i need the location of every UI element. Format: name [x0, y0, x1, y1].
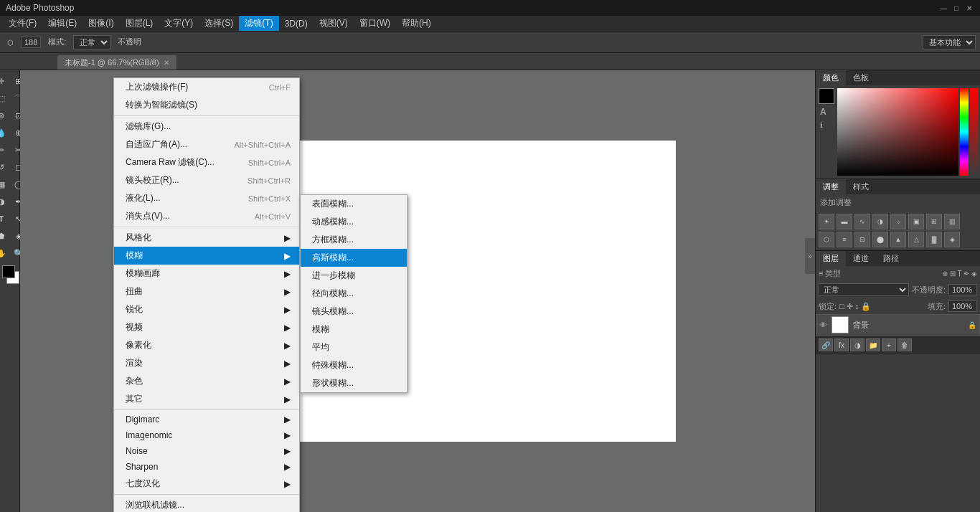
- color-picker-area[interactable]: A ℹ: [816, 85, 980, 179]
- filter-qidu[interactable]: 七度汉化 ▶: [114, 475, 299, 493]
- adj-gradient-map[interactable]: ▓: [926, 232, 942, 247]
- blur-smart[interactable]: 特殊模糊...: [301, 356, 407, 374]
- text-tool[interactable]: T: [0, 211, 9, 227]
- menu-window[interactable]: 窗口(W): [354, 16, 396, 31]
- color-swatch-black[interactable]: [819, 88, 834, 104]
- tab-color[interactable]: 颜色: [816, 70, 846, 85]
- blur-average[interactable]: 平均: [301, 338, 407, 356]
- menu-3d[interactable]: 3D(D): [279, 17, 314, 30]
- adj-posterize[interactable]: ▲: [890, 232, 906, 247]
- delete-layer-button[interactable]: 🗑: [897, 338, 912, 351]
- menu-filter[interactable]: 滤镜(T): [239, 16, 278, 31]
- menu-select[interactable]: 选择(S): [199, 16, 239, 31]
- blur-box[interactable]: 方框模糊...: [301, 231, 407, 249]
- filter-stylize[interactable]: 风格化 ▶: [114, 229, 299, 247]
- mode-select[interactable]: 正常: [73, 35, 110, 49]
- hue-bar[interactable]: [960, 88, 969, 176]
- adj-invert[interactable]: ⬤: [872, 232, 888, 247]
- minimize-button[interactable]: —: [938, 3, 948, 13]
- move-tool[interactable]: ✛: [0, 73, 9, 89]
- maximize-button[interactable]: □: [951, 3, 961, 13]
- adj-photo-filter[interactable]: ⬡: [819, 232, 834, 247]
- blur-radial[interactable]: 径向模糊...: [301, 285, 407, 303]
- filter-noise2[interactable]: Noise ▶: [114, 443, 299, 459]
- collapse-right-panel-button[interactable]: »: [805, 238, 815, 274]
- adj-selective-color[interactable]: ◈: [944, 232, 960, 247]
- menu-text[interactable]: 文字(Y): [159, 16, 199, 31]
- layer-row-background[interactable]: 👁 背景 🔒: [816, 314, 980, 336]
- filter-other[interactable]: 其它 ▶: [114, 390, 299, 408]
- adj-exposure[interactable]: ◑: [872, 214, 888, 229]
- close-button[interactable]: ✕: [964, 3, 974, 13]
- add-mask-button[interactable]: ◑: [850, 338, 864, 351]
- new-layer-button[interactable]: +: [882, 338, 896, 351]
- eyedropper-tool[interactable]: 💧: [0, 125, 9, 141]
- filter-liquify[interactable]: 液化(L)... Shift+Ctrl+X: [114, 189, 299, 207]
- adj-levels[interactable]: ▬: [837, 214, 852, 229]
- filter-digimarc[interactable]: Digimarc ▶: [114, 412, 299, 427]
- filter-blur-gallery[interactable]: 模糊画廊 ▶: [114, 265, 299, 283]
- blur-lens[interactable]: 镜头模糊...: [301, 303, 407, 321]
- filter-video[interactable]: 视频 ▶: [114, 318, 299, 336]
- filter-sharpen2[interactable]: Sharpen ▶: [114, 459, 299, 475]
- filter-lens-correction[interactable]: 镜头校正(R)... Shift+Ctrl+R: [114, 171, 299, 189]
- filter-imagenomic[interactable]: Imagenomic ▶: [114, 427, 299, 443]
- adj-hsl[interactable]: ▣: [908, 214, 924, 229]
- tab-close-button[interactable]: ✕: [164, 59, 169, 67]
- filter-camera-raw[interactable]: Camera Raw 滤镜(C)... Shift+Ctrl+A: [114, 153, 299, 171]
- add-style-button[interactable]: fx: [834, 338, 849, 351]
- brush-tool[interactable]: ✏: [0, 142, 9, 158]
- adj-brightness[interactable]: ☀: [819, 214, 834, 229]
- blur-further[interactable]: 进一步模糊: [301, 267, 407, 285]
- adj-bw[interactable]: ▥: [944, 214, 960, 229]
- marquee-tool[interactable]: ⬚: [0, 90, 9, 106]
- adj-channel-mixer[interactable]: ≡: [837, 232, 852, 247]
- foreground-color[interactable]: [2, 265, 15, 278]
- tab-layers[interactable]: 图层: [816, 251, 846, 266]
- menu-image[interactable]: 图像(I): [83, 16, 119, 31]
- layer-visibility-icon[interactable]: 👁: [819, 321, 827, 329]
- tab-swatch[interactable]: 色板: [846, 70, 876, 85]
- filter-convert-smart[interactable]: 转换为智能滤镜(S): [114, 96, 299, 114]
- filter-adaptive-wide[interactable]: 自适应广角(A)... Alt+Shift+Ctrl+A: [114, 136, 299, 153]
- filter-distort[interactable]: 扭曲 ▶: [114, 283, 299, 300]
- filter-last[interactable]: 上次滤镜操作(F) Ctrl+F: [114, 78, 299, 96]
- blur-shape[interactable]: 形状模糊...: [301, 374, 407, 392]
- layer-blend-mode-select[interactable]: 正常: [819, 283, 909, 296]
- new-group-button[interactable]: 📁: [866, 338, 880, 351]
- blur-simple[interactable]: 模糊: [301, 321, 407, 338]
- blur-motion[interactable]: 动感模糊...: [301, 213, 407, 231]
- filter-sharpen[interactable]: 锐化 ▶: [114, 300, 299, 318]
- tab-styles[interactable]: 样式: [846, 179, 876, 194]
- menu-edit[interactable]: 编辑(E): [42, 16, 83, 31]
- blur-gaussian[interactable]: 高斯模糊...: [301, 249, 407, 267]
- layer-opacity-value[interactable]: 100%: [948, 284, 977, 295]
- filter-render[interactable]: 渲染 ▶: [114, 354, 299, 372]
- adj-color-balance[interactable]: ⊞: [926, 214, 942, 229]
- brush-size-input[interactable]: 188: [21, 37, 41, 48]
- filter-blur[interactable]: 模糊 ▶: [114, 247, 299, 265]
- link-layers-button[interactable]: 🔗: [819, 338, 833, 351]
- shape-tool[interactable]: ⬟: [0, 228, 9, 244]
- menu-help[interactable]: 帮助(H): [396, 16, 437, 31]
- tab-paths[interactable]: 路径: [876, 251, 906, 266]
- gradient-tool[interactable]: ▦: [0, 176, 9, 192]
- alpha-bar[interactable]: [970, 88, 979, 176]
- workspace-select[interactable]: 基本功能: [923, 35, 976, 49]
- quick-select-tool[interactable]: ⊛: [0, 108, 9, 123]
- filter-browse-online[interactable]: 浏览联机滤镜...: [114, 496, 299, 512]
- menu-layer[interactable]: 图层(L): [120, 16, 159, 31]
- adj-vibrance[interactable]: ⬦: [890, 214, 906, 229]
- tab-channels[interactable]: 通道: [846, 251, 876, 266]
- filter-vanishing-point[interactable]: 消失点(V)... Alt+Ctrl+V: [114, 207, 299, 225]
- adj-threshold[interactable]: △: [908, 232, 924, 247]
- filter-noise[interactable]: 杂色 ▶: [114, 372, 299, 390]
- filter-gallery[interactable]: 滤镜库(G)...: [114, 118, 299, 136]
- document-tab[interactable]: 未标题-1 @ 66.7%(RGB/8) ✕: [57, 55, 176, 70]
- history-brush-tool[interactable]: ↺: [0, 159, 9, 175]
- tab-adjustments[interactable]: 调整: [816, 179, 846, 194]
- hand-tool[interactable]: ✋: [0, 245, 9, 261]
- color-gradient-picker[interactable]: [837, 88, 958, 176]
- menu-file[interactable]: 文件(F): [3, 16, 42, 31]
- layer-fill-value[interactable]: 100%: [948, 300, 977, 312]
